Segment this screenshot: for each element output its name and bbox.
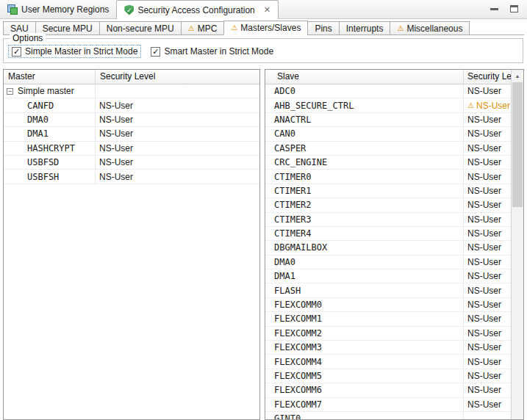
slave-row[interactable]: FLEXCOMM0NS-User xyxy=(265,298,511,312)
security-level-text: NS-User xyxy=(467,257,501,267)
tab-user-memory-regions[interactable]: User Memory Regions xyxy=(0,0,116,18)
slave-row[interactable]: FLASHNS-User xyxy=(265,283,511,297)
slave-row[interactable]: FLEXCOMM6NS-User xyxy=(265,383,511,397)
slave-row[interactable]: CTIMER3NS-User xyxy=(265,213,511,227)
slave-row[interactable]: FLEXCOMM3NS-User xyxy=(265,341,511,355)
security-level-text: NS-User xyxy=(467,157,501,167)
warning-icon: ⚠ xyxy=(397,25,404,32)
checkbox-box[interactable]: ✓ xyxy=(151,47,160,57)
security-level-text: NS-User xyxy=(467,115,501,125)
slave-name-cell: FLEXCOMM4 xyxy=(265,355,464,368)
security-level-text: NS-User xyxy=(467,186,501,196)
security-level-cell: NS-User xyxy=(464,269,511,283)
slave-row[interactable]: GINT0 xyxy=(265,412,511,419)
slave-row[interactable]: CTIMER4NS-User xyxy=(265,227,511,241)
checkbox-smart-master-in-strict-mode[interactable]: ✓Smart Master in Strict Mode xyxy=(147,45,277,58)
master-group-cell: −Simple master xyxy=(4,84,96,98)
slave-row[interactable]: DBGMAILBOXNS-User xyxy=(265,241,511,255)
column-header-slave[interactable]: Slave xyxy=(265,70,464,84)
slave-row[interactable]: CTIMER2NS-User xyxy=(265,198,511,212)
subtab-bar: SAUSecure MPUNon-secure MPU⚠MPC⚠Masters/… xyxy=(3,21,524,35)
subtab-mpc[interactable]: ⚠MPC xyxy=(181,21,225,35)
slave-row[interactable]: FLEXCOMM1NS-User xyxy=(265,312,511,326)
column-header-security-level[interactable]: Security Level xyxy=(96,70,259,84)
slave-row[interactable]: ANACTRLNS-User xyxy=(265,113,511,127)
security-level-cell: NS-User xyxy=(464,241,511,254)
security-level-text: NS-User xyxy=(467,172,501,182)
master-row[interactable]: HASHCRYPTNS-User xyxy=(4,142,259,156)
master-row[interactable]: USBFSDNS-User xyxy=(4,156,259,170)
security-level-text: NS-User xyxy=(467,399,501,410)
security-level-cell: NS-User xyxy=(464,84,511,98)
slave-row[interactable]: DMA1NS-User xyxy=(265,269,511,283)
security-level-text: NS-User xyxy=(467,128,501,139)
security-level-text: NS-User xyxy=(467,286,501,296)
master-row[interactable]: DMA0NS-User xyxy=(4,113,259,127)
slave-name-cell: ANACTRL xyxy=(265,113,464,126)
options-checkbox-row: ✓Simple Master in Strict Mode✓Smart Mast… xyxy=(4,39,523,58)
slave-row[interactable]: CAN0NS-User xyxy=(265,127,511,141)
slave-name-cell: CTIMER2 xyxy=(265,198,464,211)
scrollbar-thumb[interactable] xyxy=(512,82,523,207)
slave-row[interactable]: CRC_ENGINENS-User xyxy=(265,156,511,170)
close-icon[interactable]: ✕ xyxy=(264,5,270,15)
checkbox-simple-master-in-strict-mode[interactable]: ✓Simple Master in Strict Mode xyxy=(8,45,141,58)
slave-row[interactable]: FLEXCOMM7NS-User xyxy=(265,398,511,412)
slave-row[interactable]: AHB_SECURE_CTRL⚠NS-User xyxy=(265,98,511,112)
slave-name-cell: DMA1 xyxy=(265,269,464,283)
tree-group-row[interactable]: −Simple master xyxy=(4,84,259,98)
security-level-cell: NS-User xyxy=(464,127,511,140)
tree-collapse-icon[interactable]: − xyxy=(7,88,13,95)
slave-name-cell: CTIMER0 xyxy=(265,170,464,183)
slave-name-cell: ADC0 xyxy=(265,84,464,98)
security-level-text: NS-User xyxy=(476,101,510,111)
security-level-cell: NS-User xyxy=(464,341,511,354)
minimize-icon[interactable] xyxy=(490,8,498,10)
maximize-icon[interactable] xyxy=(510,5,518,12)
master-name-cell: DMA1 xyxy=(4,127,96,140)
subtab-miscellaneous[interactable]: ⚠Miscellaneous xyxy=(390,21,470,35)
slave-name-cell: FLEXCOMM5 xyxy=(265,369,464,383)
subtab-interrupts[interactable]: Interrupts xyxy=(339,21,391,35)
security-level-cell: NS-User xyxy=(464,113,511,126)
subtab-masters-slaves[interactable]: ⚠Masters/Slaves xyxy=(223,21,308,35)
slave-name-cell: FLEXCOMM7 xyxy=(265,398,464,411)
column-header-security-level[interactable]: Security Level xyxy=(464,70,511,84)
slave-row[interactable]: DMA0NS-User xyxy=(265,256,511,269)
vertical-scrollbar[interactable]: ▲ xyxy=(511,70,523,419)
security-level-text: NS-User xyxy=(467,228,501,239)
slave-row[interactable]: CTIMER0NS-User xyxy=(265,170,511,184)
security-level-cell: NS-User xyxy=(96,156,259,169)
slave-name-cell: DBGMAILBOX xyxy=(265,241,464,254)
master-group-label: Simple master xyxy=(18,86,74,96)
warning-icon: ⚠ xyxy=(231,24,237,32)
subtab-label: Miscellaneous xyxy=(406,23,462,34)
slave-name-cell: FLEXCOMM1 xyxy=(265,312,464,325)
subtab-non-secure-mpu[interactable]: Non-secure MPU xyxy=(99,21,182,35)
slave-row[interactable]: CASPERNS-User xyxy=(265,142,511,156)
slave-row[interactable]: ADC0NS-User xyxy=(265,84,511,98)
subtab-label: Secure MPU xyxy=(43,23,93,34)
checkbox-box[interactable]: ✓ xyxy=(12,47,21,57)
slave-row[interactable]: FLEXCOMM2NS-User xyxy=(265,327,511,341)
master-row[interactable]: USBFSHNS-User xyxy=(4,170,259,184)
slave-row[interactable]: FLEXCOMM5NS-User xyxy=(265,369,511,383)
security-level-cell: NS-User xyxy=(96,98,259,112)
master-row[interactable]: DMA1NS-User xyxy=(4,127,259,141)
security-level-cell xyxy=(96,84,259,98)
column-header-master[interactable]: Master xyxy=(4,70,96,84)
security-level-cell: NS-User xyxy=(464,312,511,325)
security-level-text: NS-User xyxy=(467,342,501,352)
security-level-cell: NS-User xyxy=(464,227,511,240)
security-level-cell: NS-User xyxy=(96,127,259,140)
slave-row[interactable]: CTIMER1NS-User xyxy=(265,184,511,198)
tab-security-access-configuration[interactable]: ✓ Security Access Configuration ✕ xyxy=(116,0,279,19)
scroll-up-icon[interactable]: ▲ xyxy=(512,70,523,82)
slave-name-cell: FLEXCOMM2 xyxy=(265,327,464,340)
master-row[interactable]: CANFDNS-User xyxy=(4,98,259,112)
security-level-text: NS-User xyxy=(467,143,501,153)
subtab-pins[interactable]: Pins xyxy=(307,21,339,35)
slave-row[interactable]: FLEXCOMM4NS-User xyxy=(265,355,511,369)
security-config-icon: ✓ xyxy=(124,5,134,15)
security-level-cell: NS-User xyxy=(464,369,511,383)
